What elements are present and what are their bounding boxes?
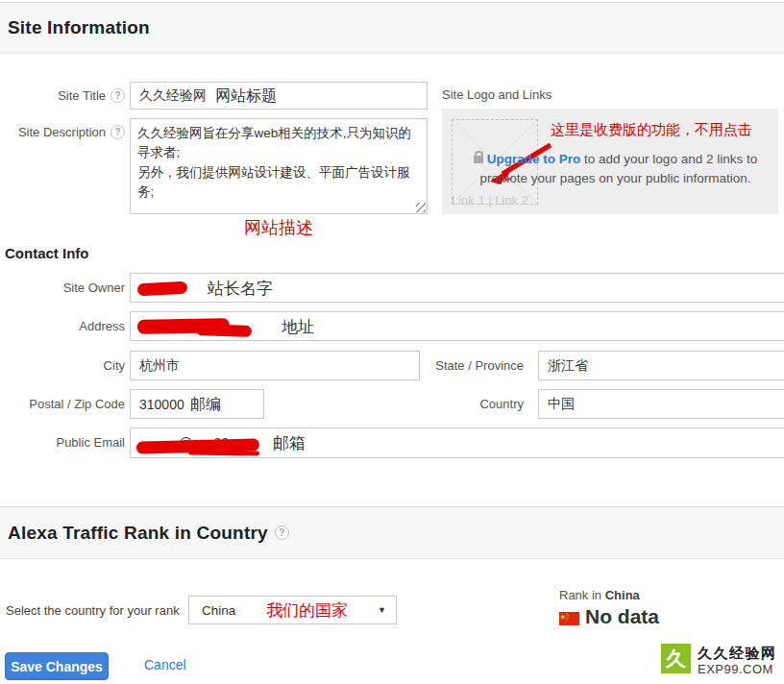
alexa-rank-help-icon[interactable]: ?	[275, 525, 289, 540]
page-title: Site Information	[8, 17, 150, 38]
country-value: 中国	[548, 396, 575, 413]
site-description-line1: 久久经验网旨在分享web相关的技术,只为知识的寻求者;	[137, 124, 420, 163]
exp99-domain: EXP99.COM	[698, 662, 773, 676]
site-description-annotation: 网站描述	[137, 215, 420, 241]
rank-value: No data	[585, 605, 659, 628]
state-province-input[interactable]: 浙江省	[538, 351, 784, 380]
save-changes-button[interactable]: Save Changes	[5, 652, 109, 680]
postal-zip-value: 310000	[139, 397, 184, 412]
public-email-input[interactable]: @exp99.com 邮箱	[130, 428, 784, 458]
textarea-resize-handle[interactable]	[416, 203, 426, 212]
site-owner-input[interactable]: 站长名字	[130, 273, 784, 303]
promo-annotation: 这里是收费版的功能，不用点击	[551, 121, 752, 139]
site-information-settings-page: { "sections": { "site_information_title"…	[0, 0, 784, 684]
site-title-help-icon[interactable]: ?	[110, 88, 125, 103]
alexa-rank-header-band: Alexa Traffic Rank in Country ?	[0, 506, 784, 559]
postal-zip-annotation: 邮编	[190, 394, 221, 414]
city-label: City	[0, 358, 125, 373]
logo-links-promo-box: 这里是收费版的功能，不用点击 Upgrade to Pro to add you…	[442, 109, 778, 214]
country-selected-value: China	[202, 603, 235, 618]
site-title-input[interactable]: 久久经验网 网站标题	[130, 82, 428, 110]
site-title-label: Site Title	[58, 88, 106, 103]
rank-in-label: Rank in China	[559, 588, 640, 602]
alexa-rank-title: Alexa Traffic Rank in Country	[8, 523, 268, 544]
site-title-annotation: 网站标题	[215, 86, 277, 106]
dropdown-arrow-icon: ▼	[378, 605, 386, 615]
lock-icon	[474, 156, 483, 163]
country-input[interactable]: 中国	[538, 389, 784, 419]
link-slots-placeholder: Link 1 | Link 2	[452, 193, 528, 208]
select-country-label: Select the country for your rank	[6, 603, 180, 618]
exp99-logo-icon: 久	[661, 644, 691, 673]
address-annotation: 地址	[282, 315, 314, 337]
upgrade-promo-text: Upgrade to Pro to add your logo and 2 li…	[459, 150, 772, 187]
upgrade-to-pro-link[interactable]: Upgrade to Pro	[487, 152, 581, 166]
address-label: Address	[0, 319, 125, 333]
public-email-label: Public Email	[0, 435, 125, 450]
email-redaction-scribble-tail	[188, 450, 259, 455]
site-description-label: Site Description	[18, 125, 106, 139]
site-logo-links-label: Site Logo and Links	[442, 87, 551, 102]
city-value: 杭州市	[139, 357, 180, 375]
site-owner-redaction-scribble	[137, 281, 188, 297]
rank-in-prefix: Rank in	[559, 588, 605, 602]
state-province-value: 浙江省	[548, 357, 588, 375]
state-province-label: State / Province	[413, 358, 524, 373]
site-information-header-band: Site Information	[0, 2, 784, 54]
rank-in-country: China	[605, 588, 640, 602]
cancel-link[interactable]: Cancel	[144, 657, 186, 672]
site-title-value: 久久经验网	[139, 87, 207, 105]
country-select-annotation: 我们的国家	[266, 599, 348, 622]
site-description-textarea[interactable]: 久久经验网旨在分享web相关的技术,只为知识的寻求者; 另外，我们提供网站设计建…	[130, 118, 428, 214]
exp99-logo-char: 久	[666, 646, 686, 672]
city-input[interactable]: 杭州市	[130, 351, 420, 380]
site-description-line2: 另外，我们提供网站设计建设、平面广告设计服务;	[137, 163, 420, 203]
exp99-site-name: 久久经验网	[698, 645, 777, 663]
site-owner-label: Site Owner	[0, 281, 125, 295]
site-owner-annotation: 站长名字	[208, 277, 273, 299]
address-redaction-scribble-2	[196, 324, 252, 337]
postal-zip-input[interactable]: 310000 邮编	[130, 389, 264, 419]
country-select-dropdown[interactable]: China 我们的国家 ▼	[188, 596, 397, 624]
site-description-help-icon[interactable]: ?	[110, 125, 125, 139]
postal-zip-label: Postal / Zip Code	[0, 397, 125, 411]
china-flag-icon	[559, 612, 579, 625]
public-email-annotation: 邮箱	[273, 432, 306, 454]
country-label: Country	[413, 397, 524, 411]
address-input[interactable]: 地址	[130, 311, 784, 341]
site-title-label-row: Site Title ?	[0, 88, 125, 103]
site-description-label-row: Site Description ?	[0, 125, 125, 139]
contact-info-heading: Contact Info	[5, 245, 89, 261]
